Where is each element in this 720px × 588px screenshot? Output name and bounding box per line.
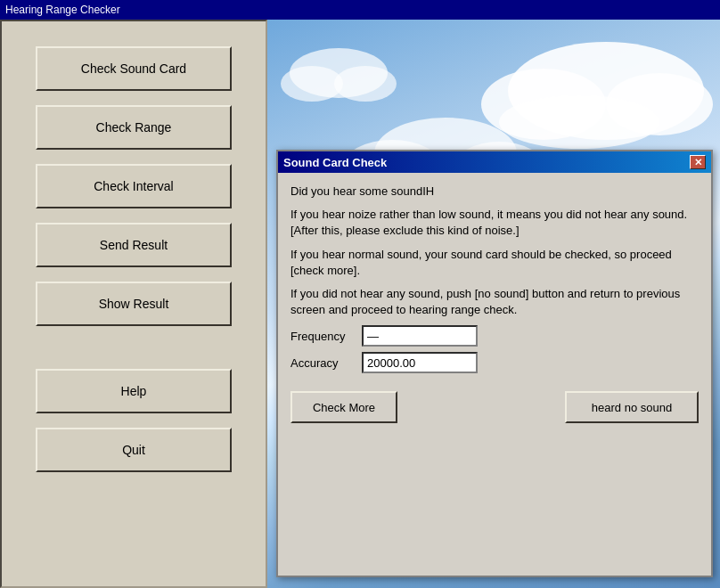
svg-point-3 — [499, 95, 659, 149]
dialog-line4: If you did not hear any sound, push [no … — [290, 286, 699, 318]
check-more-button[interactable]: Check More — [290, 391, 397, 423]
dialog-line1: Did you hear some soundIH — [290, 184, 699, 200]
app-window: Hearing Range Checker Check Sound Card C… — [0, 0, 720, 588]
send-result-button[interactable]: Send Result — [36, 223, 232, 267]
accuracy-row: Accuracy — [290, 352, 699, 373]
dialog-line3: If you hear normal sound, your sound car… — [290, 247, 699, 279]
accuracy-label: Accuracy — [290, 356, 362, 370]
check-range-button[interactable]: Check Range — [36, 105, 232, 150]
svg-point-9 — [281, 66, 343, 102]
check-interval-button[interactable]: Check Interval — [36, 164, 232, 208]
app-title: Hearing Range Checker — [5, 4, 120, 16]
fields-section: Frequency Accuracy — [290, 325, 699, 373]
quit-button[interactable]: Quit — [36, 428, 232, 472]
dialog-titlebar: Sound Card Check ✕ — [278, 151, 711, 173]
dialog-line2: If you hear noize rather than low sound,… — [290, 207, 699, 239]
svg-point-10 — [334, 66, 397, 102]
dialog-title: Sound Card Check — [283, 156, 387, 169]
frequency-label: Frequency — [290, 330, 362, 343]
title-bar: Hearing Range Checker — [0, 0, 720, 20]
show-result-button[interactable]: Show Result — [36, 282, 232, 326]
check-sound-card-button[interactable]: Check Sound Card — [36, 46, 232, 91]
frequency-row: Frequency — [290, 325, 699, 347]
dialog-window: Sound Card Check ✕ Did you hear some sou… — [276, 150, 713, 577]
dialog-body: Did you hear some soundIH If you hear no… — [278, 173, 711, 434]
no-sound-button[interactable]: heard no sound — [565, 391, 699, 423]
accuracy-input[interactable] — [362, 352, 478, 373]
dialog-buttons: Check More heard no sound — [290, 391, 699, 423]
help-button[interactable]: Help — [36, 369, 232, 413]
dialog-close-button[interactable]: ✕ — [690, 155, 706, 169]
left-panel: Check Sound Card Check Range Check Inter… — [0, 20, 267, 588]
frequency-input[interactable] — [362, 325, 478, 347]
